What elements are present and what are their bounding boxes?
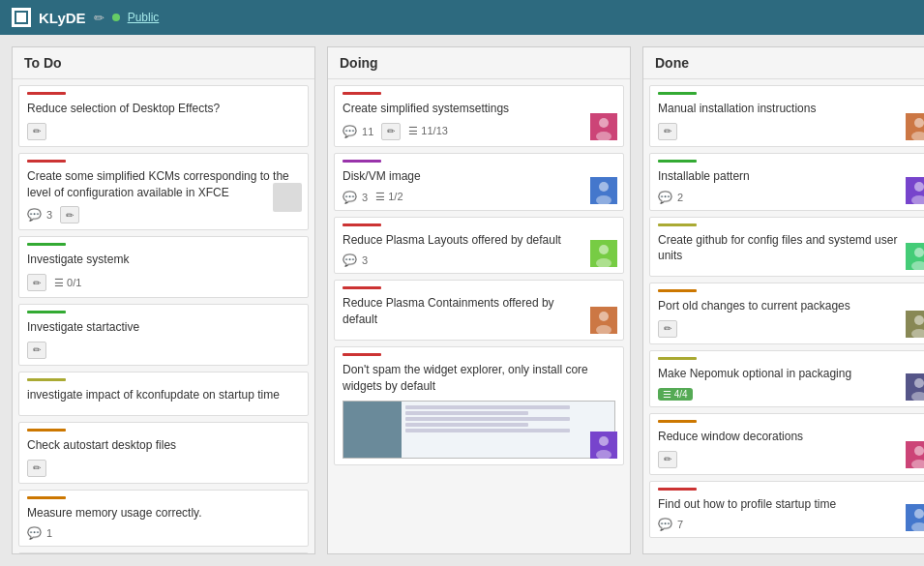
card[interactable]: Create simplified systemsettings💬 11✏☰ 1… xyxy=(334,85,624,147)
card[interactable]: Installable pattern💬 2 xyxy=(649,153,924,211)
card[interactable]: Check autostart desktop files✏ xyxy=(18,422,309,484)
card-title: Reduce window decorations xyxy=(658,429,900,445)
pencil-button[interactable]: ✏ xyxy=(27,123,46,140)
comment-count: 💬 3 xyxy=(27,208,52,222)
svg-point-32 xyxy=(914,446,924,456)
svg-point-2 xyxy=(599,118,609,128)
comment-count: 💬 7 xyxy=(658,518,683,531)
card[interactable]: Don't spam the widget explorer, only ins… xyxy=(334,346,624,465)
card-meta: 💬 3☰ 1/2 xyxy=(343,191,584,204)
card-title: Installable pattern xyxy=(658,168,900,185)
svg-point-23 xyxy=(914,248,924,257)
pencil-button[interactable]: ✏ xyxy=(658,320,677,338)
card-color-bar xyxy=(343,160,381,163)
card-color-bar xyxy=(343,92,381,95)
card-color-bar xyxy=(343,353,381,356)
card-color-bar xyxy=(343,223,381,226)
svg-point-29 xyxy=(914,378,924,388)
card-title: Manual installation instructions xyxy=(658,101,900,117)
card[interactable]: Port old changes to current packages✏ xyxy=(649,283,924,344)
edit-icon[interactable]: ✏ xyxy=(94,11,104,25)
public-dot xyxy=(112,14,120,21)
pencil-button[interactable]: ✏ xyxy=(27,274,46,291)
card-title: Create simplified systemsettings xyxy=(343,101,584,117)
card-meta: ✏ xyxy=(27,342,300,359)
column-body-todo: Reduce selection of Desktop Effects?✏Cre… xyxy=(13,79,314,553)
comment-count: 💬 2 xyxy=(658,191,683,204)
svg-point-20 xyxy=(914,182,924,192)
card-color-bar xyxy=(658,420,697,423)
pencil-button[interactable]: ✏ xyxy=(60,206,79,223)
pencil-button[interactable]: ✏ xyxy=(658,123,677,140)
card[interactable]: Make Nepomuk optional in packaging☰ 4/4 xyxy=(649,350,924,407)
column-body-doing: Create simplified systemsettings💬 11✏☰ 1… xyxy=(328,79,630,553)
card-color-bar xyxy=(27,378,66,381)
card-meta: ✏ xyxy=(658,451,900,468)
card-title: Port old changes to current packages xyxy=(658,298,900,314)
card-color-bar xyxy=(343,286,381,289)
card[interactable]: investigate impact of kconfupdate on sta… xyxy=(18,372,309,416)
card-title: Investigate startactive xyxy=(27,319,300,336)
card[interactable]: Create github for config files and syste… xyxy=(649,217,924,278)
card-color-bar xyxy=(658,223,697,226)
comment-count: 💬 3 xyxy=(343,191,368,204)
svg-point-35 xyxy=(914,509,924,519)
card-title: Make Nepomuk optional in packaging xyxy=(658,366,900,382)
svg-point-14 xyxy=(599,436,609,446)
card-title: Check autostart desktop files xyxy=(27,437,300,454)
card[interactable]: Reduce Plasma Containments offered by de… xyxy=(334,280,624,341)
comment-count: 💬 1 xyxy=(27,526,52,540)
column-header-todo: To Do xyxy=(13,47,314,79)
card[interactable]: Create some simplified KCMs correspondin… xyxy=(18,153,309,231)
card[interactable]: Reduce Plasma Layouts offered by default… xyxy=(334,217,624,275)
card-title: Reduce Plasma Containments offered by de… xyxy=(343,295,584,328)
public-label[interactable]: Public xyxy=(128,11,160,24)
card-meta: 💬 1 xyxy=(27,526,300,540)
card-title: Find out how to profile startup time xyxy=(658,496,900,513)
svg-point-8 xyxy=(599,245,609,254)
pencil-button[interactable]: ✏ xyxy=(27,460,46,477)
board: To DoReduce selection of Desktop Effects… xyxy=(0,35,924,566)
card-color-bar xyxy=(27,92,66,95)
svg-point-26 xyxy=(914,315,924,325)
logo-icon xyxy=(15,11,28,24)
card[interactable]: Disk/VM image💬 3☰ 1/2 xyxy=(334,153,624,211)
card-meta: ✏☰ 0/1 xyxy=(27,274,300,291)
card-color-bar xyxy=(658,160,697,163)
card-color-bar xyxy=(27,496,66,499)
card-meta: ✏ xyxy=(27,123,300,140)
card[interactable]: Investigate systemk✏☰ 0/1 xyxy=(18,236,309,298)
column-header-doing: Doing xyxy=(328,47,630,79)
column-doing: DoingCreate simplified systemsettings💬 1… xyxy=(327,46,631,554)
svg-point-5 xyxy=(599,182,609,192)
card-title: Don't spam the widget explorer, only ins… xyxy=(343,362,615,395)
app-header: KLyDE ✏ Public xyxy=(0,0,924,35)
card[interactable]: Reduce window decorations✏ xyxy=(649,413,924,475)
card-meta: ✏ xyxy=(658,123,900,140)
card-title: Measure memory usage correctly. xyxy=(27,505,300,521)
card[interactable]: Measure memory usage correctly.💬 1 xyxy=(18,490,309,548)
svg-rect-0 xyxy=(15,12,27,23)
card-color-bar xyxy=(27,311,66,313)
pencil-button[interactable]: ✏ xyxy=(658,451,677,468)
card[interactable]: Installer xyxy=(18,552,309,553)
card-meta: 💬 2 xyxy=(658,191,900,204)
card[interactable]: Investigate startactive✏ xyxy=(18,304,309,366)
card-color-bar xyxy=(658,488,697,491)
card-meta: ✏ xyxy=(658,320,900,338)
card[interactable]: Find out how to profile startup time💬 7 xyxy=(649,481,924,539)
column-done: DoneManual installation instructions✏ In… xyxy=(642,46,924,554)
card-color-bar xyxy=(658,357,697,360)
card-title: Create github for config files and syste… xyxy=(658,232,900,265)
card-color-bar xyxy=(658,92,697,95)
pencil-button[interactable]: ✏ xyxy=(27,342,46,359)
app-logo xyxy=(12,8,31,27)
card[interactable]: Reduce selection of Desktop Effects?✏ xyxy=(18,85,309,147)
card-meta: 💬 3 xyxy=(343,253,584,267)
card[interactable]: Manual installation instructions✏ xyxy=(649,85,924,147)
pencil-button[interactable]: ✏ xyxy=(381,123,401,140)
progress-badge: ☰ 4/4 xyxy=(658,388,693,401)
card-color-bar xyxy=(27,429,66,432)
comment-count: 💬 3 xyxy=(343,253,368,267)
card-title: Create some simplified KCMs correspondin… xyxy=(27,168,300,201)
